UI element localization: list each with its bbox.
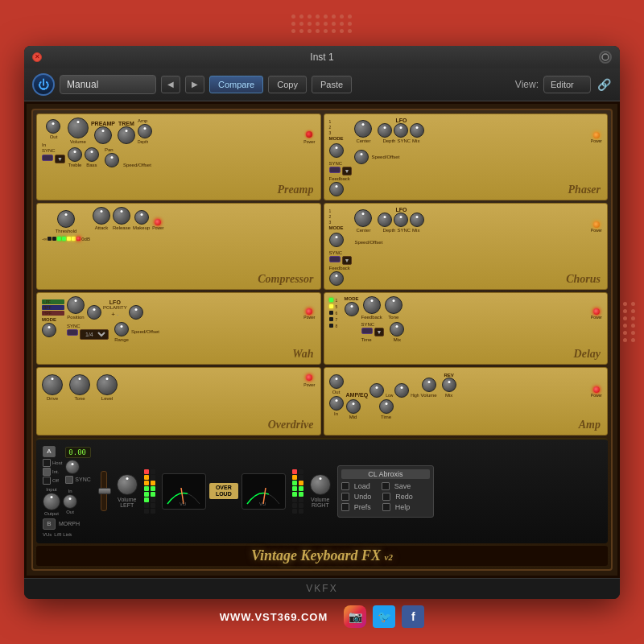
sync-switch[interactable] (42, 155, 53, 161)
phaser-dropdown[interactable]: ▼ (342, 167, 353, 175)
amp-out-knob[interactable] (329, 374, 344, 389)
close-button[interactable]: ✕ (32, 52, 42, 62)
delay-tone-knob[interactable] (385, 296, 402, 314)
amp-power-led (593, 386, 600, 393)
instagram-icon[interactable]: 📷 (344, 605, 366, 628)
compare-button[interactable]: Compare (209, 76, 263, 93)
chorus-lfo-depth-knob[interactable] (378, 213, 392, 227)
phaser-lfo-depth-knob[interactable] (378, 123, 392, 138)
chorus-mode-knob[interactable] (329, 233, 344, 247)
wah-sync-dropdown[interactable]: 1/4 (80, 329, 109, 340)
view-dropdown[interactable]: Editor (543, 76, 591, 93)
phaser-feedback-knob[interactable] (329, 182, 344, 196)
preset-dropdown[interactable]: Manual (60, 75, 156, 94)
amp-low-knob[interactable] (369, 383, 384, 398)
amp-mid-knob[interactable] (346, 399, 361, 414)
copy-button[interactable]: Copy (268, 76, 307, 93)
sync-dropdown[interactable]: ▼ (55, 155, 65, 163)
release-knob[interactable] (113, 207, 130, 225)
out-knob[interactable] (46, 119, 60, 134)
makeup-knob[interactable] (134, 210, 149, 225)
threshold-knob[interactable] (57, 210, 75, 228)
load-label[interactable]: Load (354, 482, 370, 490)
view-label: View: (515, 79, 539, 90)
in-knob[interactable] (63, 494, 77, 509)
amp-vol-knob[interactable] (422, 378, 436, 392)
fader[interactable] (101, 471, 107, 511)
phaser-mix-knob[interactable] (410, 123, 424, 138)
delay-sync-dropdown[interactable]: ▼ (374, 328, 385, 336)
phaser-center-knob[interactable] (354, 120, 372, 138)
od-tone-knob[interactable] (69, 374, 90, 395)
int-checkbox[interactable] (43, 468, 51, 476)
prev-button[interactable]: ◀ (161, 76, 180, 93)
vol-left-knob[interactable] (117, 474, 138, 495)
plugin-window: ✕ Inst 1 ⏻ Manual ◀ ▶ Compare Copy Paste… (24, 46, 620, 599)
level-knob[interactable] (97, 374, 118, 395)
phaser-lfo-sync-knob[interactable] (394, 123, 408, 138)
redo-label[interactable]: Redo (395, 493, 413, 501)
vol-right-knob[interactable] (310, 474, 331, 495)
preamp-panel: Out In SYNC ▼ (36, 114, 321, 200)
bass-knob[interactable] (85, 147, 99, 162)
off-checkbox[interactable] (43, 477, 51, 485)
chorus-dropdown[interactable]: ▼ (342, 256, 353, 265)
undo-checkbox[interactable] (341, 493, 349, 501)
ab-buttons: A (43, 446, 62, 457)
phaser-mode-selector[interactable]: 1 2 3 MODE (329, 119, 353, 141)
amp-high-knob[interactable] (394, 383, 409, 398)
paste-button[interactable]: Paste (312, 76, 352, 93)
facebook-icon[interactable]: f (402, 605, 424, 628)
attack-knob[interactable] (93, 207, 110, 225)
prefs-label[interactable]: Prefs (354, 503, 371, 511)
chorus-sync-switch[interactable] (329, 256, 341, 262)
undo-label[interactable]: Undo (354, 493, 372, 501)
save-label[interactable]: Save (394, 482, 411, 490)
phaser-sync-switch[interactable] (329, 167, 341, 173)
a-button[interactable]: A (43, 446, 56, 457)
next-button[interactable]: ▶ (185, 76, 204, 93)
pan-knob[interactable] (105, 153, 119, 167)
chorus-feedback-knob[interactable] (329, 271, 344, 286)
rev-mix-knob[interactable] (442, 378, 456, 392)
input-knob[interactable] (43, 493, 60, 510)
amp-depth-knob[interactable] (138, 124, 152, 138)
delay-feedback-knob[interactable] (363, 296, 381, 314)
save-checkbox[interactable] (382, 482, 390, 490)
delay-mode-knob[interactable] (345, 302, 359, 316)
trem-knob[interactable] (118, 126, 135, 144)
help-checkbox[interactable] (382, 503, 390, 511)
chorus-lfo-sync-knob[interactable] (394, 213, 408, 227)
help-label[interactable]: Help (395, 503, 411, 511)
wah-mode-knob[interactable] (42, 323, 56, 337)
wah-lfo-depth-knob[interactable] (87, 305, 101, 320)
bpm-knob[interactable] (65, 460, 80, 474)
phaser-depth-knob[interactable] (354, 150, 369, 164)
load-checkbox[interactable] (341, 482, 349, 490)
drive-knob[interactable] (42, 374, 63, 395)
treble-knob[interactable] (68, 147, 82, 162)
b-button[interactable]: B (43, 518, 56, 530)
delay-mix-knob[interactable] (390, 322, 404, 336)
redo-checkbox[interactable] (382, 493, 390, 501)
position-knob[interactable] (67, 296, 85, 314)
wah-range-knob[interactable] (114, 322, 129, 336)
wah-sync-switch[interactable] (67, 329, 78, 336)
phaser-panel: 1 2 3 MODE SYNC ▼ (324, 114, 609, 200)
sync-checkbox[interactable] (65, 476, 73, 484)
phaser-mode-knob[interactable] (329, 143, 344, 158)
wah-lfo-release-knob[interactable] (129, 305, 143, 320)
rev-time-knob[interactable] (379, 399, 394, 414)
volume-knob[interactable] (68, 118, 89, 138)
twitter-icon[interactable]: 🐦 (373, 605, 395, 628)
power-button[interactable]: ⏻ (32, 73, 55, 96)
chain-link-icon[interactable]: 🔗 (596, 76, 612, 93)
preamp-knob[interactable] (94, 126, 112, 144)
prefs-checkbox[interactable] (341, 503, 349, 511)
morph-label: MORPH (59, 521, 80, 526)
chorus-mix-knob[interactable] (410, 213, 424, 227)
chorus-center-knob[interactable] (354, 209, 372, 227)
amp-in-knob[interactable] (329, 396, 344, 411)
host-checkbox[interactable] (43, 459, 51, 467)
delay-sync-switch[interactable] (361, 328, 373, 334)
